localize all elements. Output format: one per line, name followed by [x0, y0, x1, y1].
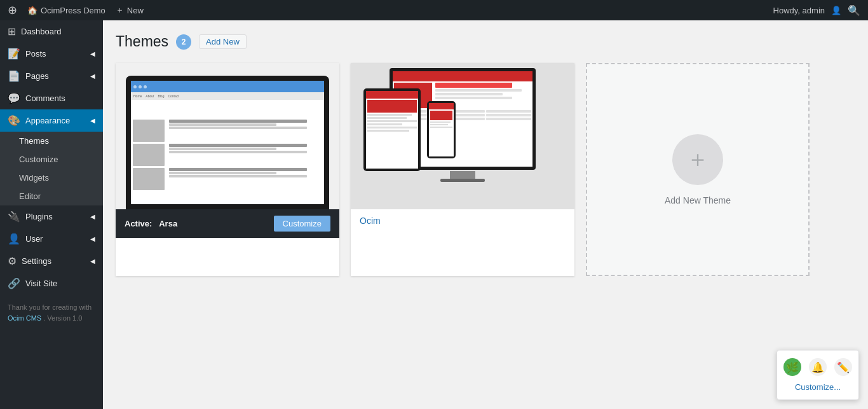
- sidebar-item-label: User: [25, 234, 43, 244]
- ocim-screenshot: [351, 63, 574, 209]
- sidebar-item-label: Settings: [22, 256, 51, 266]
- sidebar-item-widgets[interactable]: Widgets: [0, 169, 103, 187]
- add-new-theme-card[interactable]: ＋ Add New Theme: [586, 63, 810, 276]
- sidebar-item-pages[interactable]: 📄 Pages ◀: [0, 65, 103, 87]
- ocim-theme-name[interactable]: Ocim: [360, 216, 381, 226]
- tooltip-edit-icon[interactable]: ✏️: [834, 358, 852, 376]
- sidebar-item-editor[interactable]: Editor: [0, 187, 103, 205]
- chevron-right-icon: ◀: [90, 73, 95, 80]
- plus-icon: ＋: [686, 144, 709, 175]
- sidebar-item-customize[interactable]: Customize: [0, 150, 103, 169]
- wp-logo-icon[interactable]: ⊕: [8, 3, 17, 17]
- appearance-submenu: Themes Customize Widgets Editor: [0, 132, 103, 205]
- sidebar-item-plugins[interactable]: 🔌 Plugins ◀: [0, 205, 103, 228]
- comments-icon: 💬: [8, 92, 20, 104]
- page-title: Themes: [116, 33, 168, 50]
- add-theme-icon-circle: ＋: [672, 134, 723, 185]
- add-new-theme-label: Add New Theme: [665, 195, 731, 205]
- user-icon: 👤: [8, 233, 20, 245]
- sidebar-item-user[interactable]: 👤 User ◀: [0, 228, 103, 250]
- tooltip-customize-link[interactable]: Customize...: [795, 382, 841, 392]
- sidebar-item-label: Dashboard: [21, 27, 62, 36]
- sidebar-item-comments[interactable]: 💬 Comments: [0, 87, 103, 109]
- tooltip-icon-group: 🌿 🔔 ✏️: [783, 358, 852, 376]
- sidebar-item-label: Posts: [25, 49, 46, 59]
- page-header: Themes 2 Add New: [116, 33, 855, 50]
- sidebar-footer: Thank you for creating with Ocim CMS . V…: [0, 295, 103, 331]
- arsa-screenshot: HomeAboutBlogContact: [116, 63, 339, 209]
- pages-icon: 📄: [8, 70, 20, 82]
- sidebar-item-posts[interactable]: 📝 Posts ◀: [0, 43, 103, 65]
- sidebar-item-visit-site[interactable]: 🔗 Visit Site: [0, 272, 103, 295]
- admin-sidebar: ⊞ Dashboard 📝 Posts ◀ 📄 Pages ◀ 💬 Commen…: [0, 20, 103, 409]
- ocim-cms-link[interactable]: Ocim CMS: [8, 314, 41, 322]
- ocim-theme-footer: Ocim: [351, 209, 574, 232]
- tooltip-bell-icon[interactable]: 🔔: [809, 358, 827, 376]
- plus-icon: ＋: [116, 4, 124, 16]
- search-icon[interactable]: 🔍: [848, 4, 860, 17]
- sidebar-item-label: Comments: [25, 94, 65, 103]
- user-avatar-icon[interactable]: 👤: [831, 6, 841, 15]
- new-content-link[interactable]: ＋ New: [116, 4, 144, 16]
- appearance-icon: 🎨: [8, 114, 20, 127]
- sidebar-item-appearance[interactable]: 🎨 Appearance ◀: [0, 109, 103, 132]
- sidebar-item-label: Visit Site: [25, 279, 57, 288]
- chevron-right-icon: ◀: [90, 50, 95, 57]
- visit-site-icon: 🔗: [8, 277, 20, 289]
- chevron-left-icon: ◀: [90, 117, 95, 124]
- user-greeting: Howdy, admin: [773, 6, 825, 15]
- theme-count-badge: 2: [176, 34, 191, 50]
- sidebar-item-label: Pages: [25, 71, 49, 81]
- plugins-icon: 🔌: [8, 211, 20, 223]
- dashboard-icon: ⊞: [8, 25, 16, 38]
- floating-customize-tooltip: 🌿 🔔 ✏️ Customize...: [776, 350, 859, 400]
- tooltip-green-icon[interactable]: 🌿: [783, 358, 801, 376]
- posts-icon: 📝: [8, 48, 20, 60]
- themes-grid: HomeAboutBlogContact: [116, 63, 855, 276]
- admin-bar: ⊕ 🏠 OcimPress Demo ＋ New Howdy, admin 👤 …: [0, 0, 868, 20]
- active-theme-label: Active: Arsa: [125, 219, 177, 228]
- chevron-right-icon: ◀: [90, 258, 95, 265]
- add-new-button[interactable]: Add New: [199, 34, 247, 49]
- sidebar-item-settings[interactable]: ⚙ Settings ◀: [0, 250, 103, 272]
- settings-icon: ⚙: [8, 255, 17, 267]
- main-content: Themes 2 Add New HomeA: [103, 20, 868, 409]
- chevron-right-icon: ◀: [90, 213, 95, 220]
- arsa-theme-footer: Active: Arsa Customize: [116, 209, 339, 238]
- sidebar-item-dashboard[interactable]: ⊞ Dashboard: [0, 20, 103, 43]
- customize-button[interactable]: Customize: [274, 216, 330, 232]
- sidebar-item-label: Plugins: [25, 212, 53, 221]
- theme-card-ocim[interactable]: Ocim: [351, 63, 574, 276]
- theme-card-arsa[interactable]: HomeAboutBlogContact: [116, 63, 339, 276]
- sidebar-item-label: Appearance: [25, 116, 70, 125]
- site-name-link[interactable]: 🏠 OcimPress Demo: [27, 6, 105, 15]
- sidebar-item-themes[interactable]: Themes: [0, 132, 103, 150]
- home-icon: 🏠: [27, 6, 37, 15]
- chevron-right-icon: ◀: [90, 235, 95, 242]
